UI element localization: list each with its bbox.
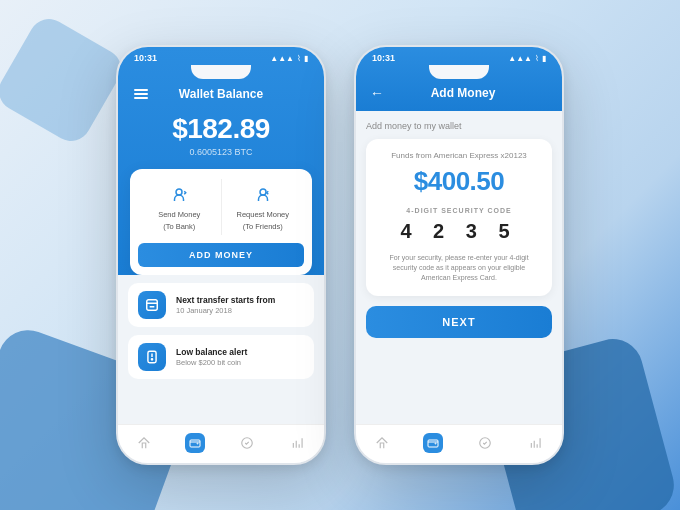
low-balance-icon <box>138 343 166 371</box>
send-money-sub: (To Bank) <box>163 222 195 231</box>
security-code-label: 4-DIGIT SECURITY CODE <box>378 207 540 214</box>
wallet-phone: 10:31 ▲▲▲ ⌇ ▮ Wallet Balance $182.89 0.6… <box>116 45 326 465</box>
wallet-screen-title: Wallet Balance <box>179 87 263 101</box>
back-button[interactable]: ← <box>370 85 384 101</box>
am-signal-icon: ▲▲▲ <box>508 54 532 63</box>
wallet-nav-icon <box>185 433 205 453</box>
add-money-nav: ← Add Money <box>356 79 562 111</box>
stats-icon <box>288 433 308 453</box>
low-balance-sub: Below $200 bit coin <box>176 358 304 367</box>
add-money-header-bg: 10:31 ▲▲▲ ⌇ ▮ ← Add Money <box>356 47 562 111</box>
nav-home[interactable] <box>134 433 154 453</box>
wallet-status-time: 10:31 <box>134 53 157 63</box>
transfer-icon <box>138 291 166 319</box>
add-money-subtitle: Add money to my wallet <box>366 121 552 131</box>
low-balance-notification: Low balance alert Below $200 bit coin <box>128 335 314 379</box>
add-money-bottom-nav <box>356 424 562 463</box>
wallet-body: Next transfer starts from 10 January 201… <box>118 275 324 424</box>
send-money-icon <box>167 183 191 207</box>
wallet-bottom-nav <box>118 424 324 463</box>
wallet-nav: Wallet Balance <box>118 79 324 105</box>
wallet-btc: 0.6005123 BTC <box>118 147 324 157</box>
next-button[interactable]: NEXT <box>366 306 552 338</box>
am-nav-stats[interactable] <box>526 433 546 453</box>
add-money-phone: 10:31 ▲▲▲ ⌇ ▮ ← Add Money Add money to m… <box>354 45 564 465</box>
funds-amount: $400.50 <box>378 166 540 197</box>
add-money-status-time: 10:31 <box>372 53 395 63</box>
hamburger-line-2 <box>134 93 148 95</box>
low-balance-text: Low balance alert Below $200 bit coin <box>176 347 304 367</box>
am-nav-wallet[interactable] <box>423 433 443 453</box>
wallet-amount: $182.89 <box>118 113 324 145</box>
svg-point-4 <box>151 359 152 360</box>
send-money-label: Send Money <box>158 210 200 219</box>
nav-stats[interactable] <box>288 433 308 453</box>
add-money-status-bar: 10:31 ▲▲▲ ⌇ ▮ <box>356 47 562 65</box>
add-money-body: Add money to my wallet Funds from Americ… <box>356 111 562 424</box>
hamburger-line-1 <box>134 89 148 91</box>
add-money-screen-title: Add Money <box>392 86 548 100</box>
wallet-balance-area: $182.89 0.6005123 BTC <box>118 105 324 169</box>
am-nav-home[interactable] <box>372 433 392 453</box>
nav-wallet[interactable] <box>185 433 205 453</box>
wallet-actions-card: Send Money (To Bank) Request Money <box>130 169 312 275</box>
transfer-notification: Next transfer starts from 10 January 201… <box>128 283 314 327</box>
add-money-button[interactable]: ADD MONEY <box>138 243 304 267</box>
request-money-label: Request Money <box>236 210 289 219</box>
svg-point-0 <box>176 189 182 195</box>
funds-source-label: Funds from American Express x20123 <box>378 151 540 160</box>
signal-icon: ▲▲▲ <box>270 54 294 63</box>
hamburger-line-3 <box>134 97 148 99</box>
wallet-header: 10:31 ▲▲▲ ⌇ ▮ Wallet Balance $182.89 0.6… <box>118 47 324 275</box>
am-check-icon <box>475 433 495 453</box>
notch <box>191 65 251 79</box>
wifi-icon: ⌇ <box>297 54 301 63</box>
add-money-status-icons: ▲▲▲ ⌇ ▮ <box>508 54 546 63</box>
phones-container: 10:31 ▲▲▲ ⌇ ▮ Wallet Balance $182.89 0.6… <box>116 45 564 465</box>
battery-icon: ▮ <box>304 54 308 63</box>
check-icon <box>237 433 257 453</box>
send-money-button[interactable]: Send Money (To Bank) <box>138 179 222 235</box>
am-nav-check[interactable] <box>475 433 495 453</box>
am-home-icon <box>372 433 392 453</box>
wallet-status-bar: 10:31 ▲▲▲ ⌇ ▮ <box>118 47 324 65</box>
payment-card: Funds from American Express x20123 $400.… <box>366 139 552 296</box>
am-wifi-icon: ⌇ <box>535 54 539 63</box>
add-money-notch <box>429 65 489 79</box>
security-note: For your security, please re-enter your … <box>378 253 540 282</box>
hamburger-menu[interactable] <box>134 89 148 99</box>
am-wallet-nav-icon <box>423 433 443 453</box>
low-balance-title: Low balance alert <box>176 347 304 357</box>
transfer-title: Next transfer starts from <box>176 295 304 305</box>
svg-point-1 <box>260 189 266 195</box>
am-battery-icon: ▮ <box>542 54 546 63</box>
transfer-text: Next transfer starts from 10 January 201… <box>176 295 304 315</box>
transfer-date: 10 January 2018 <box>176 306 304 315</box>
svg-rect-2 <box>147 300 158 311</box>
nav-check[interactable] <box>237 433 257 453</box>
wallet-action-row: Send Money (To Bank) Request Money <box>138 179 304 235</box>
home-icon <box>134 433 154 453</box>
request-money-icon <box>251 183 275 207</box>
request-money-sub: (To Friends) <box>243 222 283 231</box>
wallet-status-icons: ▲▲▲ ⌇ ▮ <box>270 54 308 63</box>
am-stats-icon <box>526 433 546 453</box>
security-code-value: 4 2 3 5 <box>378 220 540 243</box>
request-money-button[interactable]: Request Money (To Friends) <box>222 179 305 235</box>
